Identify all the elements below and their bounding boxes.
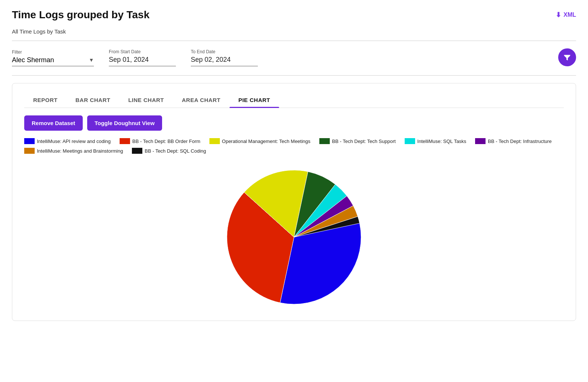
filter-row: Filter Alec Sherman ▼ From Start Date Se…	[12, 48, 576, 66]
legend-item-meetings: IntelliMuse: Meetings and Brainstorming	[24, 148, 123, 154]
filter-icon-button[interactable]	[558, 48, 576, 66]
toggle-doughnut-button[interactable]: Toggle Doughnut View	[87, 115, 162, 131]
legend-item-bb-infra: BB - Tech Dept: Infrastructure	[475, 138, 551, 144]
legend-color-op-mgmt	[209, 138, 220, 144]
divider-1	[12, 41, 576, 41]
chevron-down-icon: ▼	[89, 57, 94, 63]
legend-item-api-review: IntelliMuse: API review and coding	[24, 138, 111, 144]
tab-area-chart[interactable]: AREA CHART	[173, 92, 230, 108]
legend-label-sql-tasks: IntelliMuse: SQL Tasks	[417, 139, 467, 144]
tab-report[interactable]: REPORT	[24, 92, 67, 108]
legend-item-op-mgmt: Operational Management: Tech Meetings	[209, 138, 311, 144]
header-row: Time Logs grouped by Task ⬇ XML	[12, 9, 576, 21]
from-date-group: From Start Date Sep 01, 2024	[109, 49, 176, 66]
chart-legend: IntelliMuse: API review and codingBB - T…	[24, 138, 564, 154]
filter-label: Filter	[12, 50, 94, 55]
remove-dataset-button[interactable]: Remove Dataset	[24, 115, 83, 131]
legend-label-op-mgmt: Operational Management: Tech Meetings	[222, 139, 311, 144]
legend-color-bb-sql	[132, 148, 142, 154]
legend-label-meetings: IntelliMuse: Meetings and Brainstorming	[37, 148, 123, 154]
from-date-input[interactable]: Sep 01, 2024	[109, 56, 176, 66]
legend-label-bb-sql: BB - Tech Dept: SQL Coding	[145, 148, 206, 154]
xml-export-button[interactable]: ⬇ XML	[556, 11, 576, 19]
chart-container	[24, 163, 564, 312]
filter-select-wrap: Alec Sherman ▼	[12, 56, 94, 66]
tab-bar-chart[interactable]: BAR CHART	[67, 92, 120, 108]
legend-color-bb-support	[319, 138, 330, 144]
download-icon: ⬇	[556, 11, 561, 19]
divider-2	[12, 75, 576, 76]
legend-color-bb-infra	[475, 138, 486, 144]
legend-color-meetings	[24, 148, 35, 154]
legend-label-bb-support: BB - Tech Dept: Tech Support	[332, 139, 396, 144]
to-date-label: To End Date	[191, 49, 258, 54]
to-date-input[interactable]: Sep 02, 2024	[191, 56, 258, 66]
legend-color-sql-tasks	[405, 138, 415, 144]
legend-item-bb-order: BB - Tech Dept: BB Order Form	[120, 138, 200, 144]
from-date-label: From Start Date	[109, 49, 176, 54]
legend-label-api-review: IntelliMuse: API review and coding	[37, 139, 111, 144]
to-date-group: To End Date Sep 02, 2024	[191, 49, 258, 66]
main-card: REPORTBAR CHARTLINE CHARTAREA CHARTPIE C…	[12, 83, 576, 321]
legend-label-bb-infra: BB - Tech Dept: Infrastructure	[488, 139, 551, 144]
legend-color-api-review	[24, 138, 35, 144]
legend-item-bb-support: BB - Tech Dept: Tech Support	[319, 138, 396, 144]
subtitle: All Time Logs by Task	[12, 28, 576, 35]
page-container: Time Logs grouped by Task ⬇ XML All Time…	[0, 0, 588, 330]
legend-label-bb-order: BB - Tech Dept: BB Order Form	[132, 139, 200, 144]
tabs-bar: REPORTBAR CHARTLINE CHARTAREA CHARTPIE C…	[24, 92, 564, 108]
filter-icon	[563, 53, 571, 61]
filter-group: Filter Alec Sherman ▼	[12, 50, 94, 66]
tab-line-chart[interactable]: LINE CHART	[119, 92, 173, 108]
legend-item-sql-tasks: IntelliMuse: SQL Tasks	[405, 138, 467, 144]
action-buttons: Remove Dataset Toggle Doughnut View	[24, 115, 564, 131]
filter-select[interactable]: Alec Sherman	[12, 56, 86, 64]
page-title: Time Logs grouped by Task	[12, 9, 149, 21]
pie-chart	[219, 163, 369, 312]
tab-pie-chart[interactable]: PIE CHART	[230, 92, 279, 108]
legend-color-bb-order	[120, 138, 130, 144]
legend-item-bb-sql: BB - Tech Dept: SQL Coding	[132, 148, 206, 154]
